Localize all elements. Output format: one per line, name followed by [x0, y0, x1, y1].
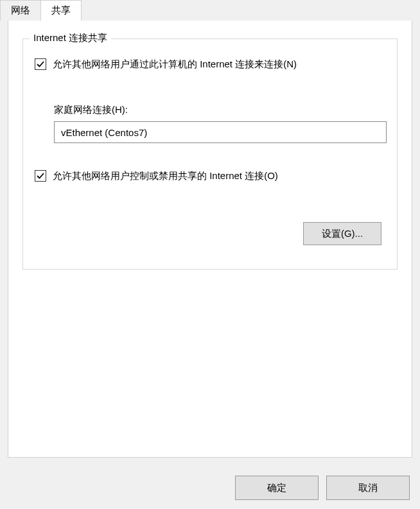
tab-sharing[interactable]: 共享: [40, 0, 82, 21]
checkmark-icon: [36, 171, 45, 180]
dialog-footer: 确定 取消: [235, 476, 410, 500]
settings-button-row: 设置(G)...: [35, 222, 385, 245]
allow-control-row: 允许其他网络用户控制或禁用共享的 Internet 连接(O): [35, 169, 385, 182]
home-network-value: vEthernet (Centos7): [61, 127, 147, 138]
home-network-select[interactable]: vEthernet (Centos7): [54, 121, 387, 143]
checkmark-icon: [36, 60, 45, 69]
allow-control-checkbox[interactable]: [35, 170, 46, 182]
tab-bar: 网络 共享: [0, 0, 420, 21]
home-network-label: 家庭网络连接(H):: [54, 104, 385, 116]
allow-control-label: 允许其他网络用户控制或禁用共享的 Internet 连接(O): [53, 169, 278, 182]
home-network-section: 家庭网络连接(H): vEthernet (Centos7): [54, 104, 385, 143]
internet-connection-sharing-group: Internet 连接共享 允许其他网络用户通过此计算机的 Internet 连…: [22, 39, 398, 270]
group-title: Internet 连接共享: [30, 32, 111, 44]
allow-connect-row: 允许其他网络用户通过此计算机的 Internet 连接来连接(N): [35, 57, 385, 71]
ok-button[interactable]: 确定: [235, 476, 319, 500]
allow-connect-label: 允许其他网络用户通过此计算机的 Internet 连接来连接(N): [53, 57, 297, 71]
cancel-button[interactable]: 取消: [326, 476, 410, 500]
allow-connect-checkbox[interactable]: [35, 58, 46, 70]
settings-button[interactable]: 设置(G)...: [303, 222, 381, 245]
sharing-panel: Internet 连接共享 允许其他网络用户通过此计算机的 Internet 连…: [8, 20, 412, 458]
network-properties-dialog: 网络 共享 Internet 连接共享 允许其他网络用户通过此计算机的 Inte…: [0, 0, 420, 509]
tab-network[interactable]: 网络: [0, 0, 41, 21]
